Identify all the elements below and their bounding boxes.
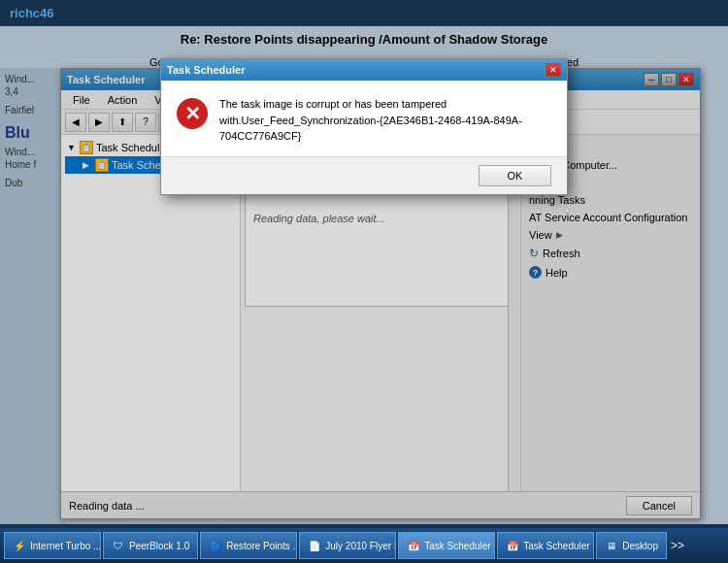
modal-overlay: Task Scheduler ✕ ✕ The task image is cor… bbox=[0, 0, 728, 563]
taskbar-label-task-scheduler-2: Task Scheduler bbox=[523, 541, 589, 551]
taskbar-item-internet-turbo[interactable]: ⚡ Internet Turbo ... bbox=[4, 532, 101, 559]
taskbar-item-desktop[interactable]: 🖥 Desktop bbox=[596, 532, 667, 559]
taskbar-icon-task-scheduler-1: 📅 bbox=[407, 539, 420, 552]
taskbar-label-july-flyer: July 2010 Flyer S... bbox=[325, 541, 396, 551]
taskbar: ⚡ Internet Turbo ... 🛡 PeerBlock 1.0 🔵 R… bbox=[0, 528, 728, 563]
taskbar-item-peerblock[interactable]: 🛡 PeerBlock 1.0 bbox=[103, 532, 198, 559]
taskbar-item-july-flyer[interactable]: 📄 July 2010 Flyer S... bbox=[299, 532, 396, 559]
modal-body: ✕ The task image is corrupt or has been … bbox=[161, 81, 567, 156]
modal-window-controls: ✕ bbox=[546, 63, 561, 77]
modal-message: The task image is corrupt or has been ta… bbox=[219, 96, 551, 145]
modal-footer: OK bbox=[161, 156, 567, 194]
taskbar-label-desktop: Desktop bbox=[622, 541, 658, 551]
taskbar-icon-restore-points: 🔵 bbox=[209, 539, 222, 552]
taskbar-label-task-scheduler-1: Task Scheduler bbox=[424, 541, 490, 551]
modal-dialog: Task Scheduler ✕ ✕ The task image is cor… bbox=[160, 58, 568, 195]
taskbar-label-restore-points: Restore Points ... bbox=[226, 541, 297, 551]
taskbar-item-task-scheduler-2[interactable]: 📅 Task Scheduler bbox=[497, 532, 594, 559]
taskbar-overflow-arrow[interactable]: >> bbox=[671, 539, 684, 552]
taskbar-icon-task-scheduler-2: 📅 bbox=[506, 539, 519, 552]
modal-title: Task Scheduler bbox=[167, 64, 246, 76]
taskbar-item-restore-points[interactable]: 🔵 Restore Points ... bbox=[200, 532, 297, 559]
ok-button[interactable]: OK bbox=[479, 165, 551, 186]
modal-close-button[interactable]: ✕ bbox=[546, 63, 561, 77]
taskbar-item-task-scheduler-1[interactable]: 📅 Task Scheduler bbox=[398, 532, 495, 559]
taskbar-icon-internet-turbo: ⚡ bbox=[13, 539, 26, 552]
taskbar-icon-desktop: 🖥 bbox=[605, 539, 618, 552]
taskbar-icon-july-flyer: 📄 bbox=[308, 539, 321, 552]
error-icon: ✕ bbox=[177, 98, 208, 129]
taskbar-icon-peerblock: 🛡 bbox=[112, 539, 125, 552]
taskbar-label-peerblock: PeerBlock 1.0 bbox=[129, 541, 189, 551]
modal-titlebar: Task Scheduler ✕ bbox=[161, 59, 567, 81]
taskbar-label-internet-turbo: Internet Turbo ... bbox=[30, 541, 101, 551]
